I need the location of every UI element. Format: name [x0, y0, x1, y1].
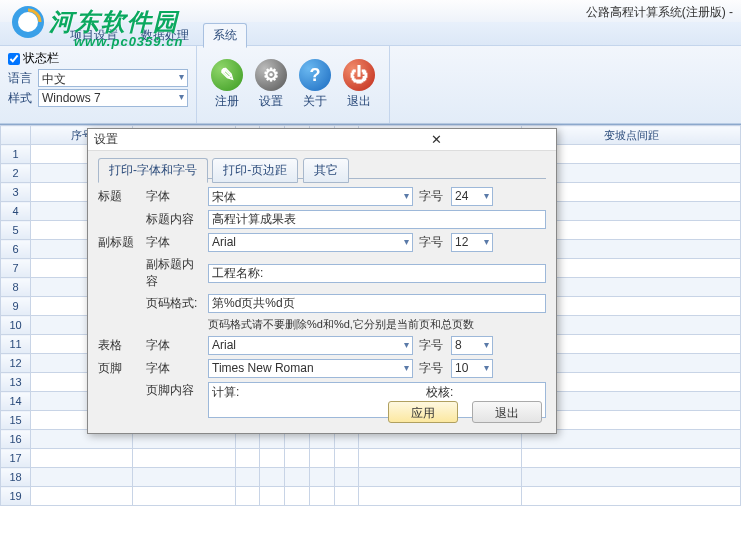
statusbar-checkbox[interactable]	[8, 53, 20, 65]
ribbon-group-tools: ✎注册⚙设置?关于⏻退出	[197, 46, 390, 123]
page-format-input[interactable]	[208, 294, 546, 313]
section-footer: 页脚	[98, 360, 140, 377]
section-table: 表格	[98, 337, 140, 354]
label-font: 字体	[146, 188, 202, 205]
title-size-combo[interactable]: 24	[451, 187, 493, 206]
app-title: 公路高程计算系统(注册版) -	[586, 5, 733, 19]
set-icon: ⚙	[255, 59, 287, 91]
sub-font-combo[interactable]: Arial	[208, 233, 413, 252]
statusbar-label: 状态栏	[23, 50, 59, 67]
label-sub-content: 副标题内容	[146, 256, 202, 290]
app-titlebar: 公路高程计算系统(注册版) -	[0, 0, 741, 22]
style-combo[interactable]: Windows 7	[38, 89, 188, 107]
label-size3: 字号	[419, 337, 445, 354]
tab-print-margin[interactable]: 打印-页边距	[212, 158, 298, 183]
title-font-combo[interactable]: 宋体	[208, 187, 413, 206]
tool-about[interactable]: ?关于	[293, 57, 337, 112]
exit-icon: ⏻	[343, 59, 375, 91]
ribbon: 状态栏 语言 中文 样式 Windows 7 ✎注册⚙设置?关于⏻退出	[0, 46, 741, 124]
table-size-combo[interactable]: 8	[451, 336, 493, 355]
tool-set[interactable]: ⚙设置	[249, 57, 293, 112]
footer-size-combo[interactable]: 10	[451, 359, 493, 378]
page-format-hint: 页码格式请不要删除%d和%d,它分别是当前页和总页数	[208, 317, 474, 332]
label-size2: 字号	[419, 234, 445, 251]
tool-reg[interactable]: ✎注册	[205, 57, 249, 112]
reg-icon: ✎	[211, 59, 243, 91]
about-icon: ?	[299, 59, 331, 91]
menu-project[interactable]: 项目设置	[60, 23, 128, 48]
label-font2: 字体	[146, 234, 202, 251]
section-subtitle: 副标题	[98, 234, 140, 251]
close-icon[interactable]: ✕	[322, 132, 550, 148]
settings-dialog: 设置 ✕ 打印-字体和字号 打印-页边距 其它 标题 字体 宋体 字号 24 标…	[87, 128, 557, 434]
sub-size-combo[interactable]: 12	[451, 233, 493, 252]
menu-data[interactable]: 数据处理	[131, 23, 199, 48]
apply-button[interactable]: 应用	[388, 401, 458, 423]
label-size4: 字号	[419, 360, 445, 377]
tab-print-font[interactable]: 打印-字体和字号	[98, 158, 208, 183]
footer-font-combo[interactable]: Times New Roman	[208, 359, 413, 378]
menubar: 项目设置 数据处理 系统	[0, 22, 741, 46]
label-font4: 字体	[146, 360, 202, 377]
lang-label: 语言	[8, 70, 34, 87]
label-size: 字号	[419, 188, 445, 205]
menu-system[interactable]: 系统	[203, 23, 247, 48]
lang-combo[interactable]: 中文	[38, 69, 188, 87]
label-title-content: 标题内容	[146, 211, 202, 228]
label-font3: 字体	[146, 337, 202, 354]
exit-button[interactable]: 退出	[472, 401, 542, 423]
section-title: 标题	[98, 188, 140, 205]
tab-other[interactable]: 其它	[303, 158, 349, 183]
label-page-format: 页码格式:	[146, 295, 202, 312]
dialog-tabs: 打印-字体和字号 打印-页边距 其它	[98, 157, 546, 179]
dialog-title: 设置	[94, 131, 322, 148]
label-footer-content: 页脚内容	[146, 382, 202, 399]
title-content-input[interactable]	[208, 210, 546, 229]
style-label: 样式	[8, 90, 34, 107]
table-font-combo[interactable]: Arial	[208, 336, 413, 355]
ribbon-group-view: 状态栏 语言 中文 样式 Windows 7	[0, 46, 197, 123]
sub-content-input[interactable]	[208, 264, 546, 283]
tool-exit[interactable]: ⏻退出	[337, 57, 381, 112]
